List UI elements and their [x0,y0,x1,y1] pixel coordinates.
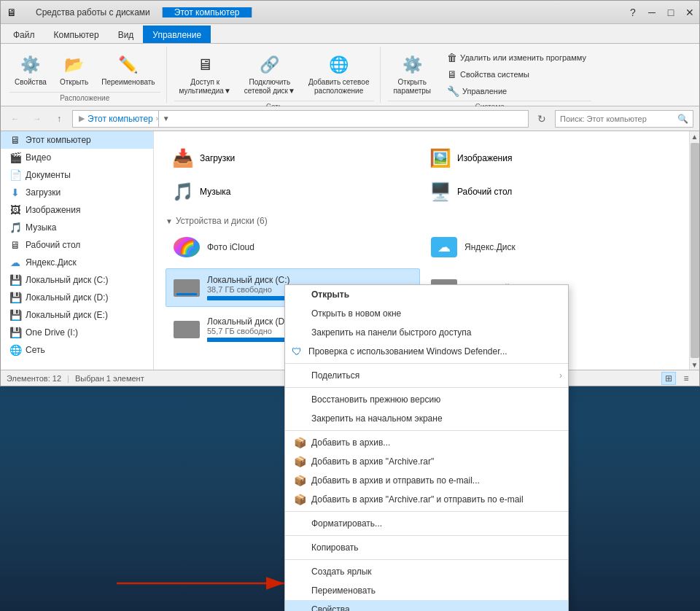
properties-icon: ⚙️ [19,53,42,77]
sidebar-item-documents[interactable]: 📄 Документы [1,166,153,184]
ctx-properties-icon [294,604,306,611]
sidebar-item-disk-c[interactable]: 💾 Локальный диск (C:) [1,271,153,289]
open-button[interactable]: 📂 Открыть [55,50,93,90]
desktop-icon: 🖥 [9,239,21,251]
properties-button[interactable]: ⚙️ Свойства [9,50,52,90]
view-list[interactable]: ≡ [679,372,693,385]
ctx-share[interactable]: Поделиться › [285,366,568,385]
ctx-sep-6 [285,559,568,560]
search-input[interactable] [560,114,674,123]
scroll-thumb[interactable] [691,143,699,358]
add-location-button[interactable]: 🌐 Добавить сетевоерасположение [303,50,375,99]
sidebar-item-images[interactable]: 🖼 Изображения [1,201,153,219]
tab-computer[interactable]: Компьютер [44,26,109,43]
devices-section-header[interactable]: ▼ Устройства и диски (6) [166,213,677,229]
ctx-rar-3-icon: 📦 [294,475,306,486]
folder-item-music[interactable]: 🎵 Музыка [166,176,420,207]
ctx-pin-quick-access[interactable]: Закрепить на панели быстрого доступа [285,323,568,342]
device-icloud[interactable]: 🌈 Фото iCloud [166,229,420,265]
uninstall-button[interactable]: 🗑 Удалить или изменить программу [442,50,591,66]
management-button[interactable]: 🔧 Управление [442,83,591,99]
search-box[interactable]: 🔍 [555,110,693,128]
devices-arrow-icon: ▼ [166,217,173,225]
downloads-icon: ⬇ [9,187,21,198]
ctx-copy[interactable]: Копировать [285,538,568,557]
ctx-rename[interactable]: Переименовать [285,581,568,600]
connect-drive-button[interactable]: 🔗 Подключитьсетевой диск▼ [239,50,300,99]
folder-music-icon: 🎵 [172,182,194,202]
rename-button[interactable]: ✏️ Переименовать [96,50,160,90]
media-access-button[interactable]: 🖥 Доступ кмультимедиа▼ [174,50,236,99]
disk-d-icon: 💾 [9,292,21,303]
ctx-pin-icon [294,327,306,338]
sidebar-item-disk-d[interactable]: 💾 Локальный диск (D:) [1,289,153,306]
sidebar-item-network[interactable]: 🌐 Сеть [1,341,153,359]
ctx-defender-icon: 🛡 [291,346,303,357]
ctx-properties[interactable]: Свойства [285,600,568,611]
tab-manage[interactable]: Управление [143,26,211,43]
scroll-down-button[interactable]: ▼ [690,359,700,370]
ctx-windows-defender[interactable]: 🛡 Проверка с использованием Windows Defe… [285,342,568,361]
music-icon: 🎵 [9,222,21,233]
images-icon: 🖼 [9,204,21,216]
sidebar-item-music[interactable]: 🎵 Музыка [1,219,153,236]
ctx-add-archive-email[interactable]: 📦 Добавить в архив и отправить по e-mail… [285,471,568,490]
tab-file[interactable]: Файл [4,26,44,43]
ctx-sep-4 [285,511,568,512]
ctx-restore-icon [294,394,306,405]
tab-disk-tools[interactable]: Средства работы с дисками [24,7,163,17]
ctx-rar-1-icon: 📦 [294,437,306,448]
help-button[interactable]: ? [623,4,642,21]
onedrive-icon: 💾 [9,327,21,338]
crumb-computer[interactable]: Этот компьютер [88,114,153,124]
address-dropdown[interactable]: ▼ [158,110,173,128]
documents-icon: 📄 [9,169,21,181]
tab-view[interactable]: Вид [109,26,144,43]
folder-item-images[interactable]: 🖼️ Изображения [423,143,677,174]
ctx-copy-icon [294,542,306,553]
yandex-disk-icon: ☁ [429,236,459,259]
address-input[interactable]: ▶ Этот компьютер › ▼ [72,110,529,128]
scrollbar-right[interactable]: ▲ ▼ [689,131,699,370]
ctx-restore-version[interactable]: Восстановить прежнюю версию [285,390,568,409]
ctx-format[interactable]: Форматировать... [285,514,568,533]
icloud-icon: 🌈 [172,236,201,259]
ribbon-group-location-buttons: ⚙️ Свойства 📂 Открыть ✏️ Переименовать [9,47,160,90]
up-button[interactable]: ↑ [50,110,68,128]
ctx-open-new-window[interactable]: Открыть в новом окне [285,304,568,323]
selected-count: Выбран 1 элемент [75,374,144,383]
open-params-button[interactable]: ⚙️ Открытьпараметры [388,50,436,99]
close-button[interactable]: ✕ [680,4,699,21]
ctx-add-archive[interactable]: 📦 Добавить в архив... [285,433,568,452]
system-props-button[interactable]: 🖥 Свойства системы [442,66,591,82]
sidebar-item-onedrive[interactable]: 💾 One Drive (I:) [1,324,153,341]
folder-item-desktop[interactable]: 🖥️ Рабочий стол [423,176,677,207]
forward-button[interactable]: → [28,110,46,128]
folder-item-downloads[interactable]: 📥 Загрузки [166,143,420,174]
sidebar-item-desktop[interactable]: 🖥 Рабочий стол [1,236,153,254]
maximize-button[interactable]: □ [661,4,680,21]
ctx-add-archive-rar-email[interactable]: 📦 Добавить в архив "Archive.rar" и отпра… [285,490,568,509]
search-icon: 🔍 [677,114,688,124]
ctx-sep-3 [285,430,568,431]
ctx-rar-4-icon: 📦 [294,494,306,505]
ctx-pin-start[interactable]: Закрепить на начальном экране [285,409,568,428]
disk-c-icon: 💾 [9,274,21,286]
sidebar-item-video[interactable]: 🎬 Видео [1,149,153,166]
refresh-button[interactable]: ↻ [533,110,551,128]
sidebar-item-this-computer[interactable]: 🖥 Этот компьютер [1,131,153,149]
device-yandex[interactable]: ☁ Яндекс.Диск [423,229,677,265]
sidebar-item-yandex[interactable]: ☁ Яндекс.Диск [1,254,153,271]
sidebar-item-disk-e[interactable]: 💾 Локальный диск (E:) [1,306,153,324]
scroll-up-button[interactable]: ▲ [690,131,700,141]
tab-this-computer[interactable]: Этот компьютер [163,7,252,17]
arrow-indicator [109,569,299,600]
sidebar-item-downloads[interactable]: ⬇ Загрузки [1,184,153,201]
minimize-button[interactable]: ─ [642,4,661,21]
ctx-add-archive-rar[interactable]: 📦 Добавить в архив "Archive.rar" [285,452,568,471]
view-large-icons[interactable]: ⊞ [661,372,676,385]
ctx-open[interactable]: Открыть [285,285,568,304]
ctx-create-shortcut[interactable]: Создать ярлык [285,562,568,581]
ctx-pin-start-icon [294,413,306,424]
back-button[interactable]: ← [7,110,24,128]
